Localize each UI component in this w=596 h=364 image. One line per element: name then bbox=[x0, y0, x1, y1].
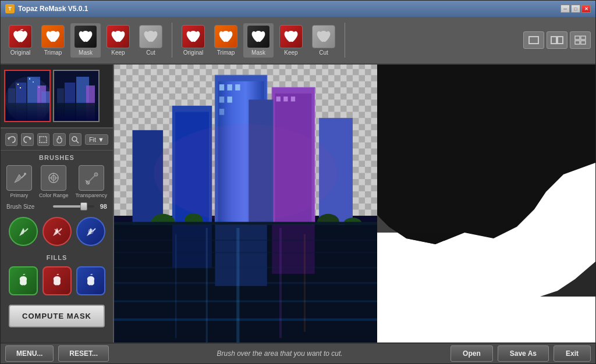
brush-size-slider[interactable] bbox=[53, 205, 94, 208]
fit-dropdown[interactable]: Fit ▼ bbox=[85, 134, 108, 145]
toolbar-keep-2[interactable]: Keep bbox=[276, 23, 306, 58]
toolbar: Original Trimap Mask Ke bbox=[1, 17, 595, 65]
svg-point-88 bbox=[154, 124, 337, 222]
mask-icon bbox=[74, 25, 97, 48]
undo-button[interactable] bbox=[5, 133, 17, 146]
view-split-button[interactable] bbox=[547, 31, 567, 49]
keep-icon bbox=[107, 25, 130, 48]
thumb-img-1 bbox=[5, 71, 49, 121]
status-text: Brush over the area that you want to cut… bbox=[113, 349, 446, 358]
svg-rect-52 bbox=[219, 84, 224, 91]
svg-rect-19 bbox=[38, 87, 40, 88]
slider-fill bbox=[53, 205, 84, 208]
menu-button[interactable]: MENU... bbox=[5, 345, 54, 362]
toolbar-mask-2[interactable]: Mask bbox=[243, 23, 274, 58]
toolbar-cut[interactable]: Cut bbox=[136, 23, 166, 58]
transparency-brush-button[interactable]: Transparency bbox=[75, 165, 107, 198]
fill-keep-button[interactable] bbox=[9, 266, 38, 295]
redo-button[interactable] bbox=[21, 133, 33, 146]
toolbar-trimap-2[interactable]: Trimap bbox=[211, 23, 241, 58]
svg-rect-86 bbox=[304, 234, 306, 332]
primary-brush-label: Primary bbox=[10, 192, 28, 198]
toolbar-original[interactable]: Original bbox=[5, 23, 36, 58]
thumbnail-2[interactable] bbox=[53, 70, 100, 122]
color-range-brush-button[interactable]: Color Range bbox=[39, 165, 69, 198]
fills-row bbox=[1, 263, 113, 299]
svg-rect-85 bbox=[279, 228, 282, 338]
original-2-label: Original bbox=[183, 49, 203, 56]
primary-brush-icon bbox=[6, 165, 32, 191]
open-button[interactable]: Open bbox=[450, 345, 493, 362]
close-button[interactable]: ✕ bbox=[581, 5, 591, 13]
main-window: T Topaz ReMask V5.0.1 ─ □ ✕ Original Tri bbox=[0, 0, 596, 364]
svg-rect-6 bbox=[581, 41, 586, 44]
reset-button[interactable]: RESET... bbox=[58, 345, 109, 362]
svg-rect-26 bbox=[40, 137, 47, 142]
primary-brush-button[interactable]: Primary bbox=[6, 165, 32, 198]
svg-rect-53 bbox=[227, 84, 232, 91]
toolbar-mask[interactable]: Mask bbox=[70, 23, 101, 58]
trimap-icon bbox=[41, 25, 65, 48]
svg-rect-17 bbox=[29, 78, 30, 80]
fit-chevron-icon: ▼ bbox=[98, 136, 104, 143]
thumb-img-2 bbox=[54, 71, 98, 121]
original-2-icon bbox=[182, 25, 205, 48]
svg-point-27 bbox=[72, 137, 77, 141]
maximize-button[interactable]: □ bbox=[571, 5, 580, 13]
svg-rect-83 bbox=[206, 228, 208, 342]
keep-brush-button[interactable] bbox=[9, 217, 38, 246]
mask-2-icon bbox=[247, 25, 270, 48]
minimize-button[interactable]: ─ bbox=[560, 5, 570, 13]
thumbnail-1[interactable] bbox=[4, 70, 51, 122]
mask-2-label: Mask bbox=[251, 49, 265, 56]
svg-rect-1 bbox=[551, 37, 556, 44]
detail-brush-button[interactable] bbox=[76, 217, 105, 246]
toolbar-separator-2 bbox=[345, 23, 345, 58]
svg-rect-61 bbox=[283, 97, 288, 101]
color-range-brush-label: Color Range bbox=[39, 192, 69, 198]
toolbar-keep[interactable]: Keep bbox=[103, 23, 133, 58]
window-controls: ─ □ ✕ bbox=[560, 5, 591, 13]
svg-rect-57 bbox=[219, 109, 224, 115]
trimap-2-label: Trimap bbox=[217, 49, 235, 56]
marquee-button[interactable] bbox=[37, 133, 49, 146]
view-grid-button[interactable] bbox=[570, 31, 591, 49]
exit-button[interactable]: Exit bbox=[554, 345, 591, 362]
compute-mask-button[interactable]: COMPUTE MASK bbox=[9, 305, 105, 327]
svg-rect-54 bbox=[235, 84, 240, 91]
svg-rect-3 bbox=[575, 36, 580, 40]
transparency-brush-icon bbox=[79, 165, 104, 191]
view-single-button[interactable] bbox=[523, 31, 544, 49]
status-bar: MENU... RESET... Brush over the area tha… bbox=[1, 342, 595, 363]
slider-thumb[interactable] bbox=[80, 202, 87, 210]
save-as-button[interactable]: Save As bbox=[498, 345, 549, 362]
color-range-brush-icon bbox=[41, 165, 66, 191]
toolbar-separator-1 bbox=[172, 23, 172, 58]
svg-rect-4 bbox=[581, 36, 586, 40]
svg-rect-0 bbox=[529, 37, 538, 44]
hand-button[interactable] bbox=[53, 133, 65, 146]
transparency-brush-label: Transparency bbox=[75, 192, 107, 198]
brush-size-value: 98 bbox=[100, 203, 107, 210]
thumbnail-strip bbox=[1, 65, 113, 129]
right-canvas bbox=[377, 65, 595, 342]
svg-rect-62 bbox=[291, 97, 295, 101]
keep-2-label: Keep bbox=[284, 49, 297, 56]
svg-rect-18 bbox=[33, 81, 34, 83]
svg-rect-87 bbox=[175, 234, 176, 338]
fill-detail-button[interactable] bbox=[76, 266, 105, 295]
left-canvas[interactable] bbox=[114, 65, 377, 342]
fit-label: Fit bbox=[89, 136, 96, 143]
toolbar-trimap[interactable]: Trimap bbox=[38, 23, 68, 58]
fills-title: FILLS bbox=[1, 251, 113, 263]
keep-2-icon bbox=[279, 25, 303, 48]
cut-brush-button[interactable] bbox=[42, 217, 72, 246]
view-mode-group bbox=[523, 31, 591, 49]
toolbar-cut-2[interactable]: Cut bbox=[308, 23, 339, 58]
fill-cut-button[interactable] bbox=[42, 266, 72, 295]
magnify-button[interactable] bbox=[69, 133, 81, 146]
toolbar-original-2[interactable]: Original bbox=[178, 23, 208, 58]
svg-rect-16 bbox=[20, 87, 21, 88]
main-area: Fit ▼ BRUSHES Primary bbox=[1, 65, 595, 342]
canvas-area bbox=[114, 65, 595, 342]
